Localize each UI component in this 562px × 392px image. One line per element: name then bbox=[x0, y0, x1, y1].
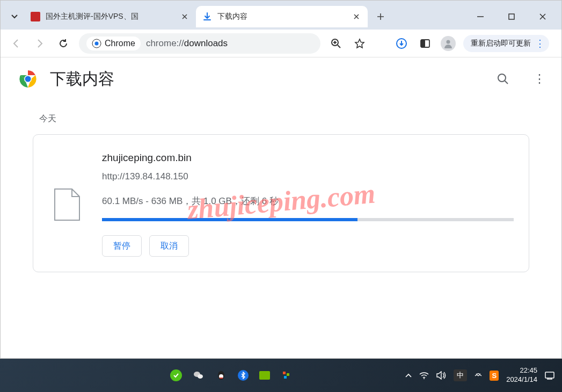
tray-nvidia-icon[interactable] bbox=[259, 371, 270, 380]
svg-point-11 bbox=[498, 74, 506, 82]
restart-to-update-chip[interactable]: 重新启动即可更新 ⋮ bbox=[463, 35, 549, 52]
file-icon bbox=[54, 188, 81, 221]
download-actions: 暂停 取消 bbox=[102, 235, 514, 257]
system-clock[interactable]: 22:45 2024/1/14 bbox=[506, 366, 537, 384]
side-panel-icon bbox=[420, 38, 430, 49]
new-tab-button[interactable] bbox=[373, 9, 388, 24]
tab-close-button[interactable] bbox=[180, 12, 189, 21]
zoom-button[interactable] bbox=[328, 35, 344, 52]
tray-wifi-icon[interactable] bbox=[419, 372, 429, 379]
clock-date: 2024/1/14 bbox=[506, 375, 537, 384]
avatar-icon bbox=[443, 38, 454, 49]
chrome-label: Chrome bbox=[105, 39, 135, 48]
svg-point-2 bbox=[95, 41, 99, 45]
svg-rect-16 bbox=[220, 378, 223, 379]
tray-bluetooth-icon[interactable] bbox=[238, 370, 249, 381]
svg-point-10 bbox=[25, 76, 31, 82]
windows-taskbar[interactable]: 中 S 22:45 2024/1/14 bbox=[0, 359, 562, 392]
profile-avatar-button[interactable] bbox=[441, 36, 456, 51]
downloads-header: 下载内容 ⋮ bbox=[1, 57, 561, 100]
page-title: 下载内容 bbox=[50, 68, 483, 90]
progress-bar bbox=[102, 218, 514, 221]
site-favicon-icon bbox=[31, 12, 40, 21]
restart-label: 重新启动即可更新 bbox=[471, 39, 531, 48]
downloads-button[interactable] bbox=[393, 35, 410, 52]
download-item: zhujiceping.com.bin http://139.84.148.15… bbox=[33, 134, 529, 272]
tray-app-icon[interactable] bbox=[281, 369, 293, 381]
cancel-button[interactable]: 取消 bbox=[149, 235, 189, 257]
date-group-label: 今天 bbox=[39, 113, 529, 125]
close-icon bbox=[354, 14, 359, 19]
chrome-badge: Chrome bbox=[86, 37, 141, 50]
file-icon-wrap bbox=[48, 152, 86, 257]
ime-indicator[interactable]: 中 bbox=[454, 369, 467, 381]
more-vert-icon: ⋮ bbox=[535, 38, 545, 49]
svg-point-13 bbox=[198, 374, 203, 379]
url-text: chrome://downloads bbox=[146, 38, 313, 49]
tab-title: 下载内容 bbox=[217, 12, 346, 21]
chrome-logo-icon bbox=[19, 70, 37, 88]
tray-qq-icon[interactable] bbox=[215, 369, 227, 381]
bookmark-button[interactable] bbox=[352, 35, 368, 52]
window-controls bbox=[472, 9, 561, 25]
zoom-icon bbox=[331, 38, 341, 49]
maximize-icon bbox=[508, 13, 515, 20]
downloads-list: 今天 zhujiceping.com.bin http://139.84.148… bbox=[1, 100, 561, 272]
tray-chevron-up-icon[interactable] bbox=[405, 373, 412, 378]
address-bar[interactable]: Chrome chrome://downloads bbox=[79, 33, 320, 54]
more-options-button[interactable]: ⋮ bbox=[532, 72, 546, 86]
clock-time: 22:45 bbox=[506, 366, 537, 375]
file-source-url[interactable]: http://139.84.148.150 bbox=[102, 171, 514, 182]
tray-wechat-icon[interactable] bbox=[193, 369, 205, 381]
taskbar-tray bbox=[0, 369, 398, 381]
back-icon bbox=[11, 38, 21, 49]
tab-downloads[interactable]: 下载内容 bbox=[196, 6, 368, 27]
search-icon bbox=[497, 73, 509, 85]
svg-rect-18 bbox=[287, 373, 289, 376]
forward-icon bbox=[34, 38, 45, 49]
side-panel-button[interactable] bbox=[417, 35, 433, 52]
search-button[interactable] bbox=[496, 72, 510, 86]
maximize-button[interactable] bbox=[503, 9, 520, 25]
file-name: zhujiceping.com.bin bbox=[102, 152, 514, 164]
svg-rect-6 bbox=[421, 40, 425, 47]
svg-rect-17 bbox=[283, 372, 286, 374]
svg-rect-21 bbox=[545, 372, 554, 378]
download-icon bbox=[202, 12, 212, 21]
reload-icon bbox=[58, 38, 69, 49]
browser-window: 国外主机测评-国外VPS、国 下载内容 bbox=[0, 0, 562, 359]
progress-fill bbox=[102, 218, 357, 221]
tray-volume-icon[interactable] bbox=[436, 371, 446, 380]
chrome-icon bbox=[92, 39, 101, 48]
tray-shield-icon[interactable] bbox=[170, 369, 182, 381]
svg-rect-19 bbox=[284, 376, 287, 379]
pause-button[interactable]: 暂停 bbox=[102, 235, 142, 257]
tabs-dropdown-button[interactable] bbox=[5, 7, 24, 26]
toolbar: Chrome chrome://downloads 重新启动即可更新 ⋮ bbox=[1, 30, 561, 57]
plus-icon bbox=[377, 13, 384, 20]
window-close-button[interactable] bbox=[535, 9, 551, 25]
minimize-icon bbox=[477, 13, 484, 20]
tab-close-button[interactable] bbox=[352, 12, 361, 21]
download-status: 60.1 MB/s - 636 MB，共 1.0 GB，还剩 6 秒 bbox=[102, 195, 514, 207]
notifications-button[interactable] bbox=[545, 371, 554, 380]
tray-keyboard-icon[interactable] bbox=[475, 373, 482, 378]
downloads-page: 下载内容 ⋮ 今天 zhujiceping.com.bin http:/ bbox=[1, 57, 561, 358]
close-icon bbox=[539, 13, 546, 20]
taskbar-system-area: 中 S 22:45 2024/1/14 bbox=[398, 366, 562, 384]
reload-button[interactable] bbox=[55, 35, 71, 52]
tab-title: 国外主机测评-国外VPS、国 bbox=[46, 12, 174, 21]
minimize-button[interactable] bbox=[472, 9, 488, 25]
download-info: zhujiceping.com.bin http://139.84.148.15… bbox=[102, 152, 514, 257]
svg-rect-0 bbox=[509, 14, 514, 19]
more-vert-icon: ⋮ bbox=[534, 72, 545, 86]
svg-point-7 bbox=[447, 40, 450, 43]
close-icon bbox=[182, 14, 187, 19]
nav-forward-button[interactable] bbox=[32, 35, 48, 52]
download-circle-icon bbox=[396, 38, 407, 49]
svg-point-20 bbox=[424, 378, 425, 379]
tab-other-site[interactable]: 国外主机测评-国外VPS、国 bbox=[24, 6, 196, 27]
nav-back-button[interactable] bbox=[8, 35, 24, 52]
sogou-ime-icon[interactable]: S bbox=[490, 371, 499, 381]
star-icon bbox=[354, 38, 365, 49]
